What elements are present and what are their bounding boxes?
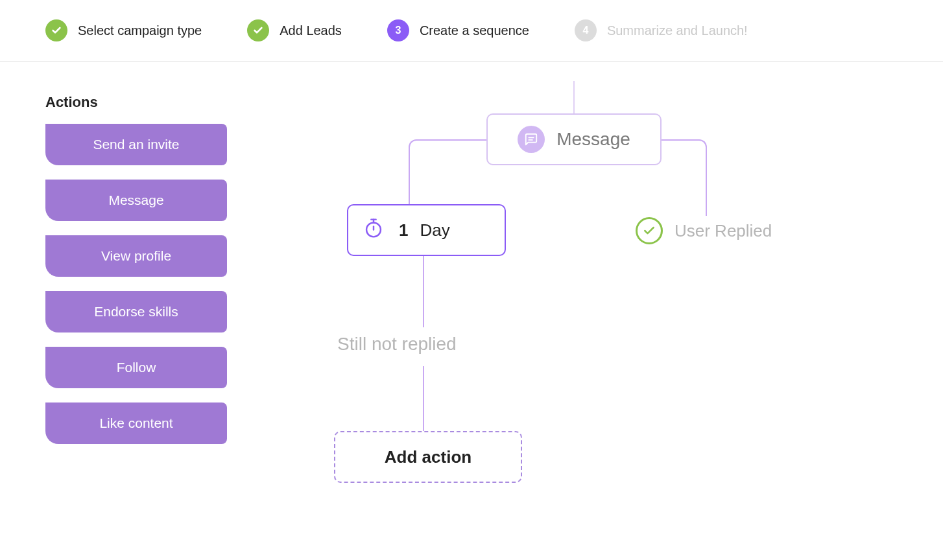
wizard-step-2[interactable]: Add Leads — [247, 19, 342, 41]
wizard-stepper: Select campaign type Add Leads 3 Create … — [0, 0, 943, 62]
wizard-step-label: Summarize and Launch! — [607, 23, 748, 38]
delay-unit: Day — [420, 220, 449, 240]
action-label: Follow — [117, 360, 156, 375]
check-circle-icon — [636, 217, 663, 244]
action-view-profile[interactable]: View profile — [45, 235, 227, 277]
action-label: View profile — [101, 248, 171, 264]
stopwatch-icon — [364, 217, 383, 244]
action-label: Send an invite — [93, 137, 179, 152]
wizard-step-label: Add Leads — [280, 23, 342, 38]
add-action-label: Add action — [385, 447, 472, 467]
action-message[interactable]: Message — [45, 180, 227, 221]
step-number-badge: 4 — [575, 19, 597, 41]
check-icon — [45, 19, 67, 41]
action-like-content[interactable]: Like content — [45, 402, 227, 444]
connector-line — [409, 170, 410, 204]
connector-line — [573, 81, 575, 113]
actions-sidebar: Actions Send an invite Message View prof… — [45, 94, 227, 509]
delay-value: 1 — [399, 220, 408, 240]
wizard-step-4: 4 Summarize and Launch! — [575, 19, 748, 41]
connector-line — [409, 139, 493, 172]
message-icon — [518, 126, 545, 153]
action-send-invite[interactable]: Send an invite — [45, 124, 227, 165]
action-follow[interactable]: Follow — [45, 347, 227, 388]
check-icon — [247, 19, 269, 41]
action-endorse-skills[interactable]: Endorse skills — [45, 291, 227, 332]
node-message[interactable]: Message — [486, 113, 662, 165]
node-user-replied: User Replied — [636, 217, 772, 244]
add-action-dropzone[interactable]: Add action — [334, 431, 522, 483]
node-delay[interactable]: 1 Day — [347, 204, 506, 256]
wizard-step-1[interactable]: Select campaign type — [45, 19, 202, 41]
still-not-replied-label: Still not replied — [337, 334, 457, 355]
wizard-step-label: Select campaign type — [78, 23, 202, 38]
wizard-step-label: Create a sequence — [420, 23, 529, 38]
connector-line — [423, 366, 424, 431]
action-label: Like content — [99, 415, 173, 431]
actions-heading: Actions — [45, 94, 227, 111]
action-label: Endorse skills — [94, 304, 178, 320]
step-number-badge: 3 — [387, 19, 409, 41]
action-label: Message — [108, 192, 163, 208]
connector-line — [706, 170, 707, 216]
node-label: Message — [556, 129, 630, 150]
replied-label: User Replied — [674, 221, 772, 241]
connector-line — [655, 139, 707, 172]
sequence-canvas[interactable]: Message 1 Day User Replied Still not rep… — [285, 94, 898, 509]
wizard-step-3[interactable]: 3 Create a sequence — [387, 19, 529, 41]
connector-line — [423, 256, 424, 327]
